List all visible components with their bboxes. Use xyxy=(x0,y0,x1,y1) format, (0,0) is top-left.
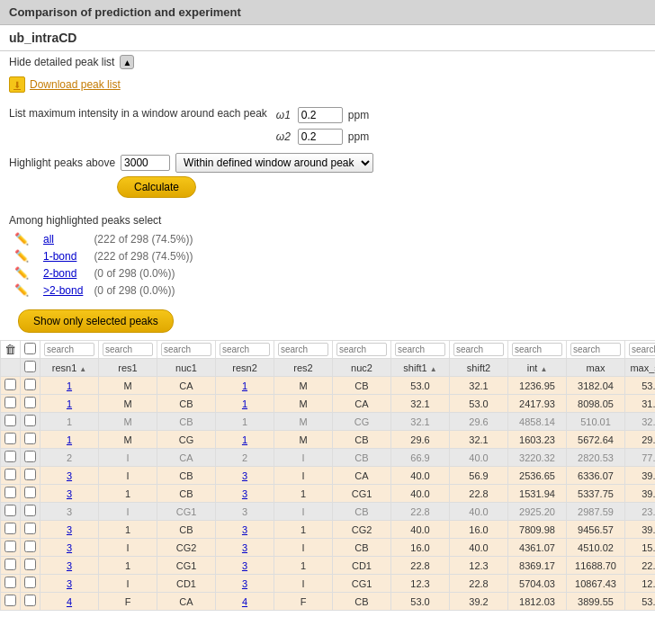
resn1-link[interactable]: 3 xyxy=(67,524,72,535)
highlight-input[interactable] xyxy=(121,155,170,171)
search-shift1[interactable] xyxy=(395,343,445,356)
cell-resn2: 3 xyxy=(216,575,274,593)
peaks-select-link[interactable]: all xyxy=(43,233,54,246)
resn2-link[interactable]: 3 xyxy=(242,542,247,553)
row-checkbox[interactable] xyxy=(4,541,16,552)
col-shift2[interactable]: shift2 xyxy=(450,359,508,377)
cell-nuc2: CB xyxy=(333,503,391,521)
row-checkbox[interactable] xyxy=(4,469,16,480)
resn2-link[interactable]: 3 xyxy=(242,524,247,535)
row-select-checkbox[interactable] xyxy=(24,595,36,606)
resn2-link[interactable]: 3 xyxy=(242,488,247,499)
search-int[interactable] xyxy=(512,343,562,356)
col-resn2[interactable]: resn2 xyxy=(216,359,274,377)
col-shift1[interactable]: shift1 ▲ xyxy=(391,359,450,377)
search-res1[interactable] xyxy=(103,343,153,356)
resn2-link[interactable]: 1 xyxy=(242,434,247,445)
row-select-checkbox[interactable] xyxy=(24,469,36,480)
cell-nuc2: CD1 xyxy=(333,557,391,575)
row-checkbox[interactable] xyxy=(4,559,16,570)
hide-toggle-button[interactable]: ▲ xyxy=(120,55,134,69)
resn1-link[interactable]: 1 xyxy=(67,398,72,409)
col-nuc2[interactable]: nuc2 xyxy=(333,359,391,377)
cell-max-shift1: 23.04 xyxy=(625,503,656,521)
row-select-checkbox[interactable] xyxy=(24,523,36,534)
search-max[interactable] xyxy=(570,343,621,356)
row-select-checkbox[interactable] xyxy=(24,541,36,552)
row-checkbox[interactable] xyxy=(4,397,16,408)
table-row: 3 1 CB 3 1 CG1 40.0 22.8 1531.94 5337.75… xyxy=(1,485,656,503)
show-selected-button[interactable]: Show only selected peaks xyxy=(18,309,174,333)
col-resn1[interactable]: resn1 ▲ xyxy=(40,359,99,377)
search-nuc2[interactable] xyxy=(336,343,387,356)
row-select-checkbox[interactable] xyxy=(24,433,36,444)
col-res2[interactable]: res2 xyxy=(274,359,333,377)
peaks-select-link[interactable]: 2-bond xyxy=(43,267,76,280)
row-select-cell xyxy=(21,503,40,521)
search-resn1[interactable] xyxy=(44,343,94,356)
col-max[interactable]: max xyxy=(567,359,625,377)
resn1-link[interactable]: 3 xyxy=(67,578,72,589)
row-select-checkbox[interactable] xyxy=(24,559,36,570)
col-max-shift1[interactable]: max_shift1 xyxy=(625,359,656,377)
row-select-checkbox[interactable] xyxy=(24,379,36,390)
resn2-link[interactable]: 1 xyxy=(242,398,247,409)
search-res2-cell xyxy=(274,341,333,359)
search-shift2[interactable] xyxy=(453,343,504,356)
row-select-cell xyxy=(21,521,40,539)
row-select-checkbox[interactable] xyxy=(24,451,36,462)
download-label: Download peak list xyxy=(30,78,121,91)
peaks-select-link[interactable]: 1-bond xyxy=(43,250,76,263)
col-res1[interactable]: res1 xyxy=(99,359,157,377)
search-maxshift1[interactable] xyxy=(629,343,655,356)
row-select-checkbox[interactable] xyxy=(24,487,36,498)
omega2-input[interactable] xyxy=(298,129,343,145)
row-select-checkbox[interactable] xyxy=(24,397,36,408)
resn2-link[interactable]: 3 xyxy=(242,470,247,481)
row-select-checkbox[interactable] xyxy=(24,415,36,426)
row-checkbox[interactable] xyxy=(4,415,16,426)
trash-icon[interactable]: 🗑 xyxy=(4,343,16,356)
resn1-link[interactable]: 3 xyxy=(67,470,72,481)
row-checkbox[interactable] xyxy=(4,595,16,606)
row-select-checkbox[interactable] xyxy=(24,505,36,516)
cell-nuc2: CA xyxy=(333,467,391,485)
peaks-select-section: Among highlighted peaks select ✏️ all (2… xyxy=(0,210,655,302)
search-nuc1[interactable] xyxy=(161,343,211,356)
calculate-button[interactable]: Calculate xyxy=(117,176,196,198)
resn2-link[interactable]: 3 xyxy=(242,578,247,589)
resn2-link[interactable]: 3 xyxy=(242,560,247,571)
row-select-checkbox[interactable] xyxy=(24,577,36,588)
resn1-link[interactable]: 3 xyxy=(67,488,72,499)
col-int[interactable]: int ▲ xyxy=(508,359,567,377)
col-checkbox-input[interactable] xyxy=(24,361,36,372)
resn1-link[interactable]: 1 xyxy=(67,434,72,445)
col-nuc1[interactable]: nuc1 xyxy=(157,359,216,377)
table-row: 1 M CB 1 M CA 32.1 53.0 2417.93 8098.05 … xyxy=(1,395,656,413)
peaks-select-link[interactable]: >2-bond xyxy=(43,284,83,297)
resn1-link[interactable]: 4 xyxy=(67,596,72,607)
table-row: 3 I CG1 3 I CB 22.8 40.0 2925.20 2987.59… xyxy=(1,503,656,521)
resn1-link[interactable]: 3 xyxy=(67,542,72,553)
resn2-link[interactable]: 4 xyxy=(242,596,247,607)
row-select-cell xyxy=(21,593,40,611)
row-checkbox[interactable] xyxy=(4,451,16,462)
select-all-checkbox[interactable] xyxy=(24,343,36,354)
download-link[interactable]: ⬇ Download peak list xyxy=(0,73,655,100)
row-checkbox[interactable] xyxy=(4,379,16,390)
search-resn2[interactable] xyxy=(220,343,270,356)
row-checkbox[interactable] xyxy=(4,433,16,444)
row-checkbox[interactable] xyxy=(4,577,16,588)
row-checkbox[interactable] xyxy=(4,523,16,534)
resn1-link[interactable]: 3 xyxy=(67,560,72,571)
cell-shift2: 22.8 xyxy=(450,485,508,503)
row-checkbox[interactable] xyxy=(4,505,16,516)
resn2-link[interactable]: 1 xyxy=(242,380,247,391)
cell-int: 1603.23 xyxy=(508,431,567,449)
highlight-dropdown[interactable]: Within defined window around peak In ent… xyxy=(175,153,373,173)
cell-res2: I xyxy=(274,539,333,557)
search-res2[interactable] xyxy=(278,343,328,356)
resn1-link[interactable]: 1 xyxy=(67,380,72,391)
row-checkbox[interactable] xyxy=(4,487,16,498)
omega1-input[interactable] xyxy=(298,107,343,123)
